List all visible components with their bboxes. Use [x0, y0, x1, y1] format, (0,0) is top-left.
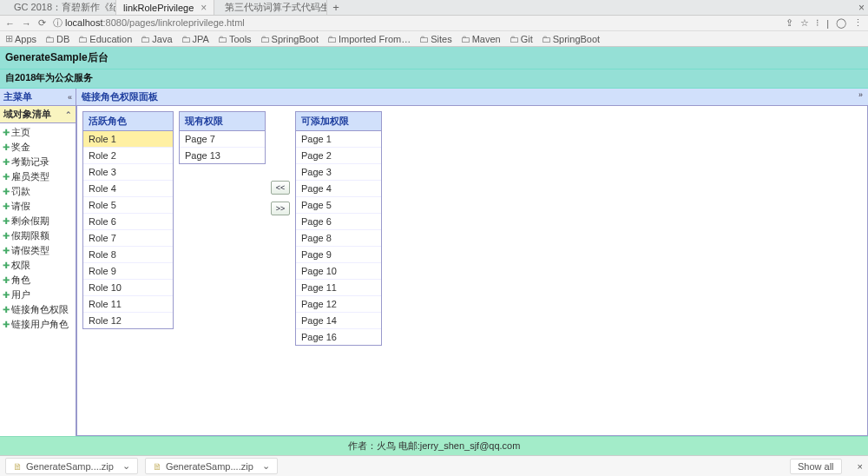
app-title: GenerateSample后台 — [0, 47, 868, 69]
sidebar-item-label: 权限 — [11, 259, 30, 272]
avatar-icon[interactable]: ◯ — [836, 17, 846, 29]
bookmark-folder[interactable]: 🗀Education — [78, 34, 132, 44]
browser-tab-active[interactable]: linkRolePrivilege× — [116, 0, 214, 15]
avail-priv-row[interactable]: Page 6 — [296, 214, 381, 230]
avail-priv-row[interactable]: Page 1 — [296, 131, 381, 148]
role-row[interactable]: Role 5 — [83, 197, 173, 214]
sidebar-item[interactable]: ✚假期限额 — [0, 228, 76, 243]
address-bar: ← → ⟳ ⓘ localhost:8080/pages/linkrolepri… — [0, 16, 868, 31]
collapse-icon[interactable]: « — [68, 93, 72, 102]
new-tab-button[interactable]: + — [327, 0, 345, 15]
star-icon[interactable]: ☆ — [800, 17, 809, 29]
current-priv-row[interactable]: Page 7 — [180, 131, 265, 148]
bookmark-folder[interactable]: 🗀Git — [510, 34, 533, 44]
avail-priv-header: 可添加权限 — [296, 112, 381, 131]
bullet-icon: ✚ — [3, 216, 10, 226]
role-row[interactable]: Role 4 — [83, 181, 173, 197]
bullet-icon: ✚ — [3, 231, 10, 241]
sidebar-item-label: 奖金 — [11, 141, 30, 154]
avail-priv-row[interactable]: Page 4 — [296, 181, 381, 197]
download-item[interactable]: 🗎GenerateSamp....zip⌄ — [145, 458, 278, 474]
sidebar-item[interactable]: ✚剩余假期 — [0, 214, 76, 228]
folder-icon: 🗀 — [510, 34, 519, 44]
collapse-icon[interactable]: » — [858, 90, 863, 103]
bookmark-folder[interactable]: 🗀SpringBoot — [260, 34, 319, 44]
role-grid: 活跃角色 Role 1Role 2Role 3Role 4Role 5Role … — [82, 111, 174, 329]
sidebar-item[interactable]: ✚请假 — [0, 199, 76, 214]
sidebar-item[interactable]: ✚链接角色权限 — [0, 302, 76, 317]
collapse-icon[interactable]: ⌃ — [65, 110, 72, 119]
tab-label: 第三代动词算子式代码生… — [225, 1, 327, 14]
downloads-close-icon[interactable]: × — [858, 461, 863, 472]
avail-priv-row[interactable]: Page 8 — [296, 230, 381, 247]
current-priv-row[interactable]: Page 13 — [180, 148, 265, 163]
window-close-icon[interactable]: × — [858, 2, 865, 14]
folder-icon: 🗀 — [542, 34, 551, 44]
role-row[interactable]: Role 10 — [83, 280, 173, 296]
tab-close-icon[interactable]: × — [201, 2, 207, 14]
overflow-icon[interactable]: ⁝ — [816, 17, 819, 29]
add-priv-button[interactable]: << — [271, 181, 290, 195]
role-row[interactable]: Role 11 — [83, 296, 173, 313]
menu-icon[interactable]: ⋮ — [853, 17, 863, 29]
sidebar-item[interactable]: ✚请假类型 — [0, 243, 76, 258]
bookmark-folder[interactable]: 🗀Tools — [218, 34, 252, 44]
role-row[interactable]: Role 12 — [83, 313, 173, 328]
download-item[interactable]: 🗎GenerateSamp....zip⌄ — [5, 458, 138, 474]
sidebar-item-label: 剩余假期 — [11, 215, 49, 228]
role-row[interactable]: Role 8 — [83, 247, 173, 263]
remove-priv-button[interactable]: >> — [271, 202, 290, 215]
bookmark-folder[interactable]: 🗀Sites — [419, 34, 451, 44]
url-field[interactable]: ⓘ localhost:8080/pages/linkroleprivilege… — [53, 17, 779, 30]
forward-button[interactable]: → — [22, 18, 31, 29]
sidebar-item[interactable]: ✚链接用户角色 — [0, 317, 76, 332]
browser-tab[interactable]: 第三代动词算子式代码生…× — [214, 0, 327, 15]
role-row[interactable]: Role 9 — [83, 263, 173, 280]
sidebar-item-label: 链接用户角色 — [11, 318, 69, 331]
avail-priv-row[interactable]: Page 5 — [296, 197, 381, 214]
role-row[interactable]: Role 3 — [83, 164, 173, 181]
apps-button[interactable]: ⊞Apps — [5, 33, 36, 44]
bookmarks-bar: ⊞Apps 🗀DB 🗀Education 🗀Java 🗀JPA 🗀Tools 🗀… — [0, 31, 868, 47]
avail-priv-row[interactable]: Page 14 — [296, 313, 381, 329]
back-button[interactable]: ← — [5, 18, 15, 29]
avail-priv-row[interactable]: Page 2 — [296, 148, 381, 164]
sidebar-item[interactable]: ✚角色 — [0, 273, 76, 288]
show-all-button[interactable]: Show all — [790, 459, 842, 474]
sidebar-item-label: 链接角色权限 — [11, 303, 69, 316]
browser-tab[interactable]: GC 2018：育碧新作《纪元× — [3, 0, 116, 15]
avail-priv-row[interactable]: Page 16 — [296, 329, 381, 345]
chevron-down-icon[interactable]: ⌄ — [122, 460, 130, 472]
sidebar-item[interactable]: ✚权限 — [0, 258, 76, 273]
folder-icon: 🗀 — [260, 34, 270, 44]
downloads-bar: 🗎GenerateSamp....zip⌄ 🗎GenerateSamp....z… — [0, 455, 868, 476]
bookmark-folder[interactable]: 🗀Java — [141, 34, 172, 44]
sidebar-item[interactable]: ✚考勤记录 — [0, 155, 76, 169]
sidebar-item-label: 考勤记录 — [11, 155, 49, 169]
sidebar-item[interactable]: ✚罚款 — [0, 184, 76, 199]
sidebar-item[interactable]: ✚雇员类型 — [0, 169, 76, 184]
bookmark-folder[interactable]: 🗀Imported From… — [327, 34, 411, 44]
chevron-down-icon[interactable]: ⌄ — [262, 460, 270, 472]
avail-priv-row[interactable]: Page 12 — [296, 296, 381, 313]
bookmark-folder[interactable]: 🗀JPA — [181, 34, 209, 44]
bookmark-folder[interactable]: 🗀Maven — [461, 34, 501, 44]
sidebar-item[interactable]: ✚奖金 — [0, 140, 76, 155]
sidebar-item[interactable]: ✚用户 — [0, 288, 76, 302]
bullet-icon: ✚ — [3, 246, 10, 255]
role-row[interactable]: Role 7 — [83, 230, 173, 247]
avail-priv-row[interactable]: Page 11 — [296, 280, 381, 296]
avail-priv-row[interactable]: Page 10 — [296, 263, 381, 280]
role-row[interactable]: Role 1 — [83, 131, 173, 148]
sidebar-item[interactable]: ✚主页 — [0, 125, 76, 140]
translate-icon[interactable]: ⇪ — [786, 17, 793, 29]
avail-priv-row[interactable]: Page 9 — [296, 247, 381, 263]
reload-button[interactable]: ⟳ — [38, 17, 46, 29]
role-row[interactable]: Role 2 — [83, 148, 173, 164]
bullet-icon: ✚ — [3, 187, 10, 196]
avail-priv-row[interactable]: Page 3 — [296, 164, 381, 181]
separator: | — [826, 18, 829, 29]
bookmark-folder[interactable]: 🗀SpringBoot — [542, 34, 600, 44]
bookmark-folder[interactable]: 🗀DB — [45, 34, 69, 44]
role-row[interactable]: Role 6 — [83, 214, 173, 230]
